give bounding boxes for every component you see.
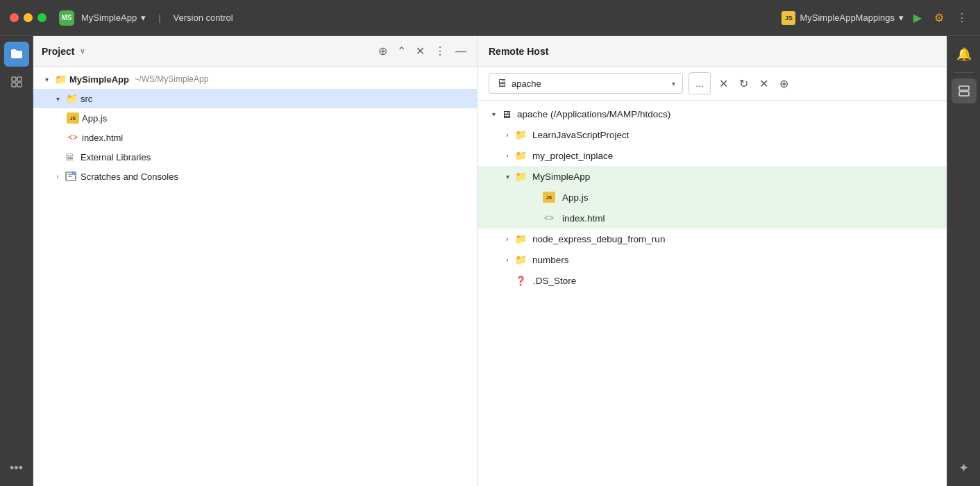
run-button[interactable]: ▶ [911,8,924,27]
connection-selector[interactable]: 🖥 apache ▾ [489,73,683,94]
main-layout: ••• Project ∨ ⊕ ⌃ ✕ ⋮ — ▾ 📁 MySimpleApp … [0,36,980,486]
rtree-item-mysimpleapp[interactable]: ▾ 📁 MySimpleApp [478,166,947,187]
maximize-button[interactable] [37,13,47,22]
components-view-button[interactable] [4,69,29,94]
chevron-down-icon: ▾ [489,110,498,118]
rtree-item-myproject[interactable]: › 📁 my_project_inplace [478,145,947,166]
project-panel-title: Project [42,46,74,57]
connection-bar: 🖥 apache ▾ ... ✕ ↻ ✕ ⊕ [478,67,947,101]
tree-item-mysimpleapp[interactable]: ▾ 📁 MySimpleApp ~/WS/MySimpleApp [33,69,477,89]
chevron-down-icon: ▾ [672,80,675,87]
titlebar-separator: | [158,12,160,23]
minimize-panel-button[interactable]: — [453,43,468,60]
add-connection-button[interactable]: ⊕ [777,74,791,93]
notifications-button[interactable]: 🔔 [952,42,977,67]
chevron-down-icon: ▾ [42,76,51,83]
section-label: Version control [174,12,233,23]
folder-icon: 📁 [515,150,527,161]
tree-item-appjs[interactable]: JS App.js [33,108,477,128]
sidebar-divider [954,72,974,73]
apache-root-label: apache (/Applications/MAMP/htdocs) [517,109,670,119]
unknown-file-icon: ❓ [515,276,526,286]
chevron-down-icon: ▾ [53,95,62,103]
chevron-right-icon: › [53,173,62,181]
chevron-right-icon: › [502,256,512,264]
mapping-name: MySimpleAppMappings [800,12,895,23]
project-file-tree: ▾ 📁 MySimpleApp ~/WS/MySimpleApp ▾ 📁 src… [33,67,477,486]
remote-panel: Remote Host 🖥 apache ▾ ... ✕ ↻ ✕ ⊕ ▾ 🖥 a… [478,36,947,486]
tree-item-external-libraries[interactable]: 🏛 External Libraries [33,147,477,167]
mapping-dropdown-arrow: ▾ [899,12,904,23]
folder-icon: 📁 [515,233,527,244]
chevron-right-icon: › [502,152,512,160]
svg-rect-3 [17,83,22,87]
rtree-item-nodeexpress[interactable]: › 📁 node_express_debug_from_run [478,228,947,249]
rtree-item-numbers[interactable]: › 📁 numbers [478,249,947,270]
mysimpleapp-remote-label: MySimpleApp [532,171,590,182]
project-dropdown-arrow: ▾ [141,12,146,23]
mapping-selector[interactable]: JS MySimpleAppMappings ▾ [782,11,904,25]
js-badge-icon: JS [782,11,795,25]
indexhtml-label: index.html [82,133,123,143]
rtree-item-remote-indexhtml[interactable]: <> index.html [478,208,947,228]
rtree-item-apache-root[interactable]: ▾ 🖥 apache (/Applications/MAMP/htdocs) [478,103,947,124]
traffic-lights [10,13,47,22]
scratches-icon: 0 [65,171,78,181]
more-connections-button[interactable]: ... [688,72,711,94]
svg-rect-2 [12,83,16,87]
folder-icon: 📁 [54,74,67,84]
remote-file-tree: ▾ 🖥 apache (/Applications/MAMP/htdocs) ›… [478,101,947,486]
disconnect-button[interactable]: ✕ [716,74,731,93]
remote-panel-title: Remote Host [489,46,548,57]
sparkle-icon: ✦ [958,460,969,476]
monitor-icon: 🖥 [501,108,512,120]
debug-button[interactable]: ⚙ [931,8,947,27]
tree-item-indexhtml[interactable]: <> index.html [33,128,477,147]
project-name: MySimpleApp [81,12,137,23]
layout-button[interactable] [952,78,977,103]
refresh-button[interactable]: ↻ [736,74,751,93]
settings-button[interactable]: ⋮ [432,42,448,60]
project-root-path: ~/WS/MySimpleApp [132,74,208,84]
ai-assistant-button[interactable]: ✦ [952,455,977,480]
folder-icon: 📁 [65,94,78,103]
tree-item-scratches[interactable]: › 0 Scratches and Consoles [33,167,477,186]
js-file-icon: JS [67,112,79,124]
folder-icon: 📁 [515,171,527,182]
nodeexpress-label: node_express_debug_from_run [532,234,665,244]
rtree-item-remote-appjs[interactable]: JS App.js [478,187,947,208]
appjs-label: App.js [82,113,107,124]
folder-icon: 📁 [515,129,527,140]
right-sidebar: 🔔 ✦ [947,36,980,486]
svg-rect-1 [17,77,22,81]
close-button[interactable] [10,13,19,22]
project-selector[interactable]: MySimpleApp ▾ [81,12,146,23]
remote-panel-header: Remote Host [478,36,947,67]
svg-text:0: 0 [74,171,76,175]
folder-view-button[interactable] [4,42,29,67]
more-tools-button[interactable]: ••• [4,455,29,480]
close-panel-button[interactable]: ✕ [414,42,427,60]
project-panel-header: Project ∨ ⊕ ⌃ ✕ ⋮ — [33,36,477,67]
svg-rect-9 [959,86,969,90]
chevron-down-icon: ▾ [502,173,512,181]
project-logo: MS [59,10,74,26]
library-icon: 🏛 [65,152,78,162]
bell-icon: 🔔 [956,47,972,62]
project-dropdown-arrow[interactable]: ∨ [80,47,85,56]
js-file-icon: JS [543,192,555,203]
collapse-button[interactable]: ⌃ [395,42,408,60]
svg-rect-0 [12,77,16,81]
cancel-button[interactable]: ✕ [757,74,771,93]
folder-icon: 📁 [515,254,527,265]
rtree-item-learnjsproject[interactable]: › 📁 LearnJavaScriptProject [478,124,947,145]
rtree-item-dsstore[interactable]: ❓ .DS_Store [478,270,947,291]
project-panel: Project ∨ ⊕ ⌃ ✕ ⋮ — ▾ 📁 MySimpleApp ~/WS… [33,36,478,486]
tree-item-src[interactable]: ▾ 📁 src [33,89,477,108]
minimize-button[interactable] [24,13,33,22]
svg-rect-10 [959,92,969,96]
more-options-button[interactable]: ⋮ [954,8,970,27]
html-file-icon: <> [67,133,79,142]
myproject-label: my_project_inplace [532,151,613,161]
add-button[interactable]: ⊕ [376,42,389,60]
